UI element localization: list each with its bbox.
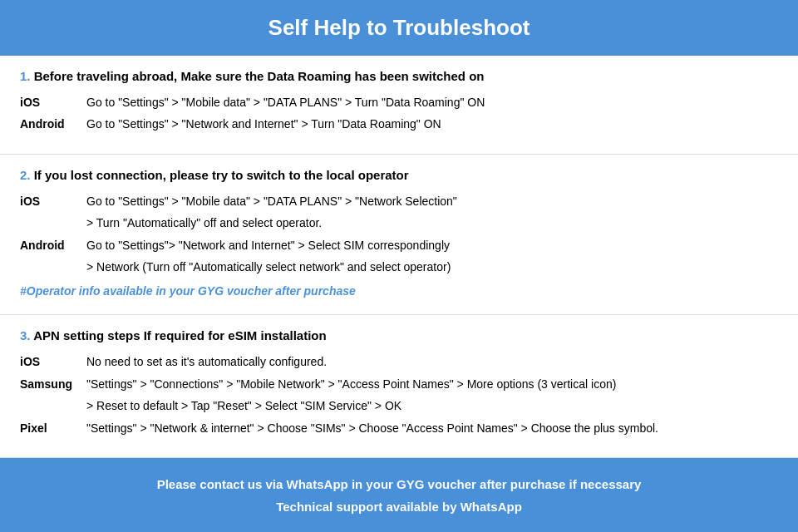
section-2-title-text: If you lost connection, please try to sw…: [34, 168, 409, 182]
platform-text-ios-3: No need to set as it's automatically con…: [86, 352, 778, 371]
section-1: 1. Before traveling abroad, Make sure th…: [0, 56, 798, 155]
page-footer: Please contact us via WhatsApp in your G…: [0, 458, 798, 532]
section-3-ios-row: iOS No need to set as it's automatically…: [20, 352, 778, 371]
section-2: 2. If you lost connection, please try to…: [0, 155, 798, 316]
platform-text-pixel: "Settings" > "Network & internet" > Choo…: [86, 419, 778, 437]
section-1-number: 1.: [20, 69, 31, 83]
section-3-samsung-continuation: > Reset to default > Tap "Reset" > Selec…: [86, 397, 778, 415]
section-1-title: 1. Before traveling abroad, Make sure th…: [20, 69, 778, 83]
platform-label-samsung: Samsung: [20, 375, 86, 393]
platform-text-android-1: Go to "Settings" > "Network and Internet…: [86, 115, 778, 133]
platform-text-android-2: Go to "Settings"> "Network and Internet"…: [86, 236, 778, 254]
section-3-title-text: APN setting steps If required for eSIM i…: [33, 328, 327, 342]
section-2-number: 2.: [20, 168, 31, 182]
platform-label-android-1: Android: [20, 115, 86, 133]
footer-line2: Technical support available by WhatsApp: [17, 495, 781, 518]
section-2-ios-row: iOS Go to "Settings" > "Mobile data" > "…: [20, 192, 778, 210]
platform-text-ios-1: Go to "Settings" > "Mobile data" > "DATA…: [86, 93, 778, 111]
section-3: 3. APN setting steps If required for eSI…: [0, 315, 798, 458]
section-2-android-continuation: > Network (Turn off "Automatically selec…: [86, 258, 778, 276]
platform-label-ios-3: iOS: [20, 352, 86, 371]
section-2-android-row: Android Go to "Settings"> "Network and I…: [20, 236, 778, 254]
section-3-title: 3. APN setting steps If required for eSI…: [20, 328, 778, 342]
section-3-samsung-row: Samsung "Settings" > "Connections" > "Mo…: [20, 375, 778, 393]
platform-text-samsung: "Settings" > "Connections" > "Mobile Net…: [86, 375, 778, 393]
section-1-android-row: Android Go to "Settings" > "Network and …: [20, 115, 778, 133]
footer-line1: Please contact us via WhatsApp in your G…: [17, 473, 781, 495]
section-2-ios-continuation: > Turn "Automatically" off and select op…: [86, 214, 778, 232]
platform-label-android-2: Android: [20, 236, 86, 254]
platform-label-pixel: Pixel: [20, 419, 86, 437]
section-2-title: 2. If you lost connection, please try to…: [20, 168, 778, 182]
sections-container: 1. Before traveling abroad, Make sure th…: [0, 56, 798, 458]
section-1-title-text: Before traveling abroad, Make sure the D…: [34, 69, 485, 83]
platform-label-ios-1: iOS: [20, 93, 86, 111]
section-3-pixel-row: Pixel "Settings" > "Network & internet" …: [20, 419, 778, 437]
platform-label-ios-2: iOS: [20, 192, 86, 210]
section-1-ios-row: iOS Go to "Settings" > "Mobile data" > "…: [20, 93, 778, 111]
page-title: Self Help to Troubleshoot: [17, 15, 781, 41]
operator-note: #Operator info available in your GYG vou…: [20, 284, 778, 298]
section-3-number: 3.: [20, 328, 31, 342]
platform-text-ios-2: Go to "Settings" > "Mobile data" > "DATA…: [86, 192, 778, 210]
page-header: Self Help to Troubleshoot: [0, 0, 798, 56]
